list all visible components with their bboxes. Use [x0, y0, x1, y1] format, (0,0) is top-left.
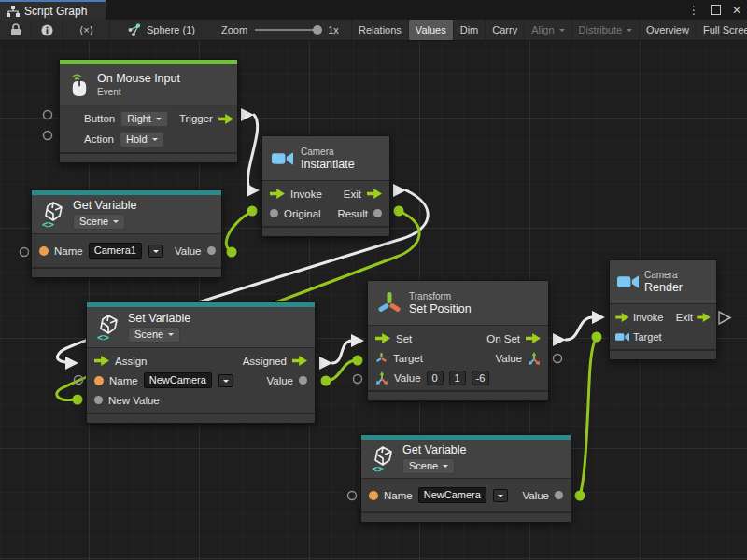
node-title: On Mouse Input: [97, 73, 180, 85]
vector3-port-icon[interactable]: [528, 352, 541, 365]
new-value-port-label: New Value: [108, 395, 160, 406]
action-port-label: Action: [84, 133, 114, 145]
button-port-label: Button: [84, 113, 115, 124]
distribute-button[interactable]: Distribute: [572, 20, 640, 40]
value-port-newvalue-in[interactable]: [73, 395, 83, 405]
exit-port-label: Exit: [676, 312, 693, 323]
value-port-newcamera-out[interactable]: [575, 491, 585, 501]
node-footer: [610, 349, 716, 359]
flow-arrow-icon[interactable]: [292, 356, 307, 366]
flow-arrow-icon[interactable]: [615, 313, 629, 322]
value-port-dot[interactable]: [555, 491, 563, 499]
code-preview-button[interactable]: ⟨×⟩: [63, 20, 110, 40]
flow-arrow-icon[interactable]: [367, 189, 382, 199]
assigned-port-label: Assigned: [243, 356, 287, 367]
chevron-down-icon: [443, 465, 448, 470]
full-screen-button[interactable]: Full Screen: [697, 20, 747, 40]
node-get-variable-newcamera[interactable]: Get Variable Scene Name NewCamera Value: [360, 434, 571, 523]
name-port-dot[interactable]: [39, 246, 49, 256]
variable-name-field[interactable]: NewCamera: [418, 487, 486, 503]
value-port-result-out[interactable]: [394, 206, 404, 217]
new-value-port-dot[interactable]: [94, 396, 103, 404]
flow-arrow-icon[interactable]: [94, 356, 109, 366]
vector-z-field[interactable]: -6: [472, 371, 490, 385]
graph-toolbar: ⟨×⟩ Sphere (1) Zoom 1x Relations Values …: [0, 20, 747, 41]
value-port-setvar-value-out[interactable]: [321, 376, 331, 386]
variable-name-picker[interactable]: [218, 374, 233, 387]
flow-arrow-icon[interactable]: [526, 333, 541, 343]
tab-title: Script Graph: [24, 5, 87, 18]
variable-name-picker[interactable]: [148, 245, 163, 258]
mouse-icon: [69, 72, 90, 97]
transform-icon: [377, 290, 402, 316]
align-button[interactable]: Align: [525, 20, 571, 40]
window-menu-icon[interactable]: ⋮: [688, 4, 699, 17]
variable-name-field[interactable]: NewCamera: [144, 372, 212, 388]
original-port-dot[interactable]: [270, 209, 278, 217]
node-footer: [361, 511, 571, 522]
info-button[interactable]: [32, 20, 63, 40]
button-dropdown[interactable]: Right: [120, 111, 168, 127]
graph-breadcrumb[interactable]: Sphere (1): [128, 20, 195, 40]
value-in-port-label: Value: [394, 372, 421, 384]
chevron-down-icon: [152, 138, 158, 144]
carry-button[interactable]: Carry: [486, 20, 525, 40]
action-dropdown[interactable]: Hold: [120, 132, 164, 147]
close-icon[interactable]: ✕: [732, 4, 741, 17]
camera-port-icon[interactable]: [615, 332, 629, 342]
value-out-port-label: Value: [495, 353, 522, 364]
node-camera-render[interactable]: Camera Render Invoke Exit Target: [609, 259, 717, 360]
value-port-dot[interactable]: [299, 376, 307, 385]
dim-button[interactable]: Dim: [454, 20, 486, 40]
node-set-variable[interactable]: Set Variable Scene Assign Assigned Name …: [86, 301, 316, 424]
scope-dropdown[interactable]: Scene: [128, 327, 180, 343]
vector-x-field[interactable]: 0: [427, 371, 444, 385]
transform-port-icon[interactable]: [375, 352, 388, 364]
value-port-dot[interactable]: [207, 246, 216, 255]
tab-script-graph[interactable]: Script Graph: [0, 0, 106, 20]
node-transform-set-position[interactable]: Transform Set Position Set On Set Target…: [367, 280, 549, 401]
variable-name-picker[interactable]: [493, 489, 508, 502]
flow-arrow-icon[interactable]: [375, 333, 390, 343]
assign-port-label: Assign: [115, 356, 148, 367]
flow-arrow-icon[interactable]: [697, 313, 711, 322]
lock-button[interactable]: [0, 20, 32, 40]
node-footer: [60, 152, 237, 162]
node-get-variable-camera1[interactable]: Get Variable Scene Name Camera1 Value: [31, 189, 222, 278]
overview-button[interactable]: Overview: [640, 20, 697, 40]
flow-arrow-icon[interactable]: [218, 114, 233, 124]
value-port-render-target-in[interactable]: [592, 332, 602, 343]
invoke-port-label: Invoke: [633, 312, 663, 323]
node-camera-instantiate[interactable]: Camera Instantiate Invoke Exit Original …: [261, 135, 390, 237]
node-category: Camera: [644, 270, 683, 280]
chevron-down-icon: [627, 29, 632, 35]
lock-icon: [10, 23, 21, 36]
node-on-mouse-input[interactable]: On Mouse Input Event Button Right Trigge…: [59, 59, 238, 163]
relations-button[interactable]: Relations: [351, 20, 409, 40]
values-button[interactable]: Values: [409, 20, 454, 40]
chevron-down-icon: [156, 118, 162, 123]
node-footer: [368, 390, 548, 400]
node-category: Transform: [409, 291, 472, 301]
result-port-dot[interactable]: [374, 209, 382, 217]
value-port-camera1-out[interactable]: [227, 247, 237, 258]
zoom-slider[interactable]: [255, 29, 320, 31]
scope-dropdown[interactable]: Scene: [73, 214, 125, 230]
name-port-label: Name: [384, 490, 413, 501]
chevron-down-icon: [113, 220, 119, 226]
name-port-dot[interactable]: [94, 376, 104, 385]
vector-y-field[interactable]: 1: [449, 371, 466, 385]
vector3-port-icon[interactable]: [375, 371, 388, 385]
maximize-icon[interactable]: [711, 5, 721, 15]
name-port-dot[interactable]: [369, 491, 378, 500]
node-title: Render: [644, 282, 683, 294]
scope-dropdown[interactable]: Scene: [402, 458, 455, 474]
variable-name-field[interactable]: Camera1: [89, 243, 142, 259]
flow-arrow-icon[interactable]: [270, 189, 285, 199]
value-port-target-in[interactable]: [353, 356, 363, 366]
value-port-original-in[interactable]: [247, 206, 258, 217]
node-title: Get Variable: [73, 200, 137, 212]
zoom-slider-handle[interactable]: [313, 25, 322, 35]
target-port-label: Target: [633, 331, 662, 343]
node-footer: [32, 267, 221, 277]
